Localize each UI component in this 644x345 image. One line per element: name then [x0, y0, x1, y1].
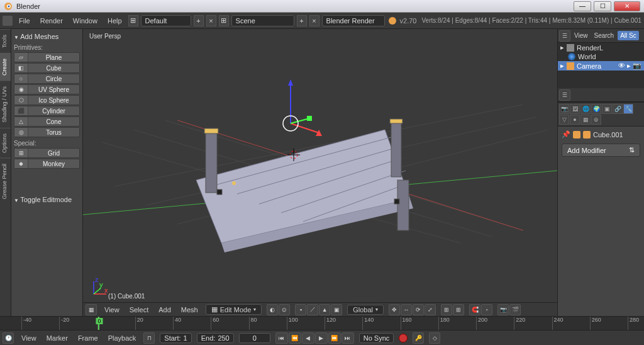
editor-type-icon[interactable]: ▦	[86, 304, 97, 315]
scene-field[interactable]: Scene	[231, 15, 294, 26]
manipulator-icon[interactable]: ✥	[389, 304, 400, 315]
outliner-search[interactable]: Search	[592, 31, 617, 40]
end-frame-field[interactable]: End:250	[197, 333, 234, 343]
layer-grid-icon[interactable]: ⊞	[441, 304, 452, 315]
tab-constraints[interactable]: 🔗	[613, 104, 623, 114]
tab-material[interactable]: ●	[570, 115, 580, 125]
outliner-row-render[interactable]: ▸RenderL	[558, 43, 644, 52]
scene-del-button[interactable]: ×	[309, 15, 319, 26]
current-frame-field[interactable]: 0	[239, 333, 270, 343]
next-key-button[interactable]: ⏩	[328, 332, 341, 344]
pivot-icon[interactable]: ⊙	[279, 304, 290, 315]
scene-browse-icon[interactable]: ⊞	[219, 15, 229, 26]
menu-help[interactable]: Help	[104, 16, 126, 26]
tab-render[interactable]: 📷	[559, 104, 569, 114]
keying-set-icon[interactable]: 🔑	[413, 332, 424, 344]
vertex-select-icon[interactable]: ▪	[295, 304, 306, 315]
outliner-filter[interactable]: All Sc	[618, 31, 639, 40]
limit-select-icon[interactable]: ▣	[331, 304, 342, 315]
prev-key-button[interactable]: ⏪	[289, 332, 301, 344]
rotate-icon[interactable]: ⟳	[413, 304, 424, 315]
snap-icon[interactable]: 🧲	[469, 304, 480, 315]
toggle-editmode-header[interactable]: Toggle Editmode	[14, 195, 80, 205]
menu-render[interactable]: Render	[36, 16, 67, 26]
scene-add-button[interactable]: +	[297, 15, 307, 26]
range-icon[interactable]: ⊓	[143, 332, 155, 344]
outliner-view[interactable]: View	[572, 31, 591, 40]
tool-uvsphere[interactable]: ◉UV Sphere	[14, 84, 80, 94]
shading-mode-icon[interactable]: ◐	[267, 304, 278, 315]
tool-icosphere[interactable]: ⬡Ico Sphere	[14, 95, 80, 105]
face-select-icon[interactable]: ▲	[319, 304, 330, 315]
tl-menu-marker[interactable]: Marker	[44, 333, 70, 343]
render-engine-select[interactable]: Blender Render	[322, 15, 385, 26]
keying-add-icon[interactable]: ◇	[429, 332, 440, 344]
scale-icon[interactable]: ⤢	[425, 304, 436, 315]
timeline-ruler[interactable]: -40-200204060801001201401601802002202402…	[0, 317, 644, 331]
sync-select[interactable]: No Sync	[359, 333, 394, 343]
close-button[interactable]: ✕	[614, 1, 640, 11]
outliner[interactable]: ▸RenderL World ▸Camera👁 ▸ 📷	[558, 43, 644, 88]
vtab-options[interactable]: Options	[0, 128, 11, 158]
maximize-button[interactable]: ☐	[594, 1, 611, 11]
render-anim-icon[interactable]: 🎬	[509, 304, 521, 315]
vp-menu-view[interactable]: View	[102, 305, 122, 315]
minimize-button[interactable]: —	[574, 1, 591, 11]
jump-start-button[interactable]: ⏮	[275, 332, 288, 344]
menu-window[interactable]: Window	[69, 16, 101, 26]
vtab-create[interactable]: Create	[0, 53, 11, 81]
tool-cone[interactable]: △Cone	[14, 116, 80, 127]
record-button[interactable]	[399, 334, 408, 342]
add-modifier-button[interactable]: Add Modifier ⇅	[562, 144, 640, 157]
editor-type-icon[interactable]	[3, 16, 13, 26]
add-meshes-header[interactable]: Add Meshes	[14, 31, 80, 42]
tool-cube[interactable]: ◧Cube	[14, 63, 80, 73]
timeline-editor-icon[interactable]: 🕐	[3, 332, 14, 344]
tool-circle[interactable]: ○Circle	[14, 74, 80, 84]
render-icon[interactable]: 📷	[497, 304, 509, 315]
edge-select-icon[interactable]: ／	[307, 304, 318, 315]
tab-physics[interactable]: ⊚	[591, 115, 601, 125]
restrict-icons[interactable]: 👁 ▸ 📷	[618, 62, 641, 70]
vp-menu-add[interactable]: Add	[156, 305, 174, 315]
vtab-shading[interactable]: Shading / UVs	[0, 81, 11, 128]
tool-monkey[interactable]: ☻Monkey	[14, 159, 80, 169]
tool-cylinder[interactable]: ⬛Cylinder	[14, 106, 80, 116]
screen-browse-icon[interactable]: ⊞	[128, 15, 138, 26]
vp-menu-mesh[interactable]: Mesh	[179, 305, 201, 315]
tab-modifiers[interactable]: 🔧	[623, 104, 633, 114]
jump-end-button[interactable]: ⏭	[341, 332, 354, 344]
layout-add-button[interactable]: +	[194, 15, 204, 26]
tab-texture[interactable]: ▦	[580, 115, 591, 125]
vtab-tools[interactable]: Tools	[0, 29, 11, 53]
mode-select[interactable]: ▦ Edit Mode ▾	[206, 304, 262, 315]
properties-editor-icon[interactable]: ☰	[559, 89, 570, 101]
snap-type-icon[interactable]: ▫	[481, 304, 492, 315]
vtab-grease[interactable]: Grease Pencil	[0, 158, 11, 205]
outliner-row-camera[interactable]: ▸Camera👁 ▸ 📷	[558, 61, 644, 71]
tl-menu-frame[interactable]: Frame	[75, 333, 101, 343]
pin-icon[interactable]: 📌	[562, 130, 570, 139]
tab-data[interactable]: ▽	[559, 115, 569, 125]
timeline-cursor[interactable]: 0	[98, 317, 99, 330]
layout-del-button[interactable]: ×	[206, 15, 216, 26]
start-frame-field[interactable]: Start:1	[160, 333, 191, 343]
breadcrumb-object[interactable]: Cube.001	[593, 131, 623, 139]
tab-object[interactable]: ▣	[602, 104, 612, 114]
play-reverse-button[interactable]: ◀	[302, 332, 314, 344]
layer-grid2-icon[interactable]: ⊞	[453, 304, 464, 315]
menu-file[interactable]: File	[15, 16, 34, 26]
outliner-editor-icon[interactable]: ☰	[559, 30, 570, 42]
3d-viewport[interactable]: User Persp	[83, 29, 557, 316]
play-button[interactable]: ▶	[315, 332, 328, 344]
orientation-select[interactable]: Global▾	[347, 305, 384, 315]
tool-plane[interactable]: ▱Plane	[14, 52, 80, 62]
tool-grid[interactable]: ⊞Grid	[14, 148, 80, 158]
tab-layers[interactable]: 🖼	[570, 104, 580, 114]
tab-scene[interactable]: 🌐	[580, 104, 591, 114]
layout-field[interactable]: Default	[141, 15, 191, 26]
tl-menu-playback[interactable]: Playback	[106, 333, 139, 343]
translate-icon[interactable]: ↔	[401, 304, 412, 315]
outliner-row-world[interactable]: World	[558, 52, 644, 61]
tab-world[interactable]: 🌍	[591, 104, 601, 114]
